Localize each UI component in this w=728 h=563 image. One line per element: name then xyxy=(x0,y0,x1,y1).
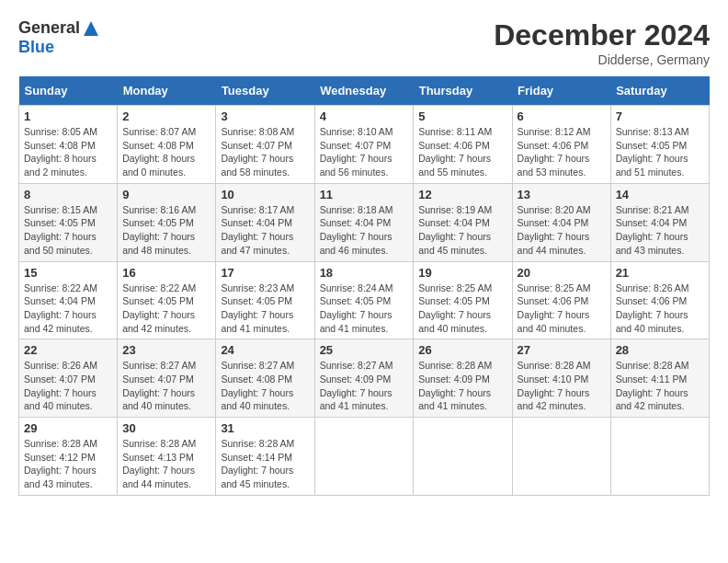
day-number: 18 xyxy=(320,266,409,280)
day-number: 8 xyxy=(24,188,112,201)
day-number: 24 xyxy=(221,343,309,357)
day-info: Sunrise: 8:20 AMSunset: 4:04 PMDaylight:… xyxy=(518,203,606,258)
day-number: 27 xyxy=(518,343,606,357)
calendar-cell: 21Sunrise: 8:26 AMSunset: 4:06 PMDayligh… xyxy=(610,261,709,339)
calendar-header-thursday: Thursday xyxy=(414,76,512,106)
day-info: Sunrise: 8:10 AMSunset: 4:07 PMDaylight:… xyxy=(320,125,409,179)
day-number: 13 xyxy=(518,188,606,201)
day-number: 9 xyxy=(122,188,210,201)
day-info: Sunrise: 8:27 AMSunset: 4:09 PMDaylight:… xyxy=(320,359,409,413)
day-number: 6 xyxy=(518,109,606,123)
day-number: 5 xyxy=(418,109,506,123)
calendar-cell: 8Sunrise: 8:15 AMSunset: 4:05 PMDaylight… xyxy=(19,183,118,261)
day-info: Sunrise: 8:28 AMSunset: 4:12 PMDaylight:… xyxy=(24,437,112,491)
calendar-cell: 6Sunrise: 8:12 AMSunset: 4:06 PMDaylight… xyxy=(512,106,610,184)
day-info: Sunrise: 8:17 AMSunset: 4:04 PMDaylight:… xyxy=(221,203,309,258)
day-number: 28 xyxy=(616,343,704,357)
day-number: 29 xyxy=(24,421,112,435)
day-number: 11 xyxy=(320,188,409,201)
day-info: Sunrise: 8:26 AMSunset: 4:06 PMDaylight:… xyxy=(616,282,704,336)
day-number: 7 xyxy=(616,109,704,123)
calendar-cell: 17Sunrise: 8:23 AMSunset: 4:05 PMDayligh… xyxy=(216,261,314,339)
day-number: 4 xyxy=(320,109,409,123)
day-number: 14 xyxy=(616,188,704,201)
day-info: Sunrise: 8:05 AMSunset: 4:08 PMDaylight:… xyxy=(24,125,112,179)
day-number: 16 xyxy=(122,266,210,280)
day-number: 21 xyxy=(616,266,704,280)
calendar-cell: 12Sunrise: 8:19 AMSunset: 4:04 PMDayligh… xyxy=(414,183,512,261)
logo-general: General xyxy=(18,18,80,38)
calendar-cell: 22Sunrise: 8:26 AMSunset: 4:07 PMDayligh… xyxy=(19,339,118,418)
day-info: Sunrise: 8:28 AMSunset: 4:09 PMDaylight:… xyxy=(418,359,506,413)
day-info: Sunrise: 8:24 AMSunset: 4:05 PMDaylight:… xyxy=(320,282,409,336)
day-info: Sunrise: 8:26 AMSunset: 4:07 PMDaylight:… xyxy=(24,359,112,413)
calendar-cell: 4Sunrise: 8:10 AMSunset: 4:07 PMDaylight… xyxy=(314,106,414,184)
calendar-cell: 7Sunrise: 8:13 AMSunset: 4:05 PMDaylight… xyxy=(610,106,709,184)
calendar-cell: 25Sunrise: 8:27 AMSunset: 4:09 PMDayligh… xyxy=(314,339,414,418)
calendar-cell: 13Sunrise: 8:20 AMSunset: 4:04 PMDayligh… xyxy=(512,183,610,261)
calendar-cell: 14Sunrise: 8:21 AMSunset: 4:04 PMDayligh… xyxy=(610,183,709,261)
day-info: Sunrise: 8:28 AMSunset: 4:10 PMDaylight:… xyxy=(518,359,606,413)
day-info: Sunrise: 8:12 AMSunset: 4:06 PMDaylight:… xyxy=(518,125,606,179)
day-number: 17 xyxy=(221,266,309,280)
calendar-cell: 2Sunrise: 8:07 AMSunset: 4:08 PMDaylight… xyxy=(118,106,216,184)
calendar-week-row: 15Sunrise: 8:22 AMSunset: 4:04 PMDayligh… xyxy=(19,261,710,339)
day-info: Sunrise: 8:27 AMSunset: 4:07 PMDaylight:… xyxy=(122,359,210,413)
calendar-header-friday: Friday xyxy=(512,76,610,106)
month-title: December 2024 xyxy=(494,18,710,52)
day-info: Sunrise: 8:28 AMSunset: 4:11 PMDaylight:… xyxy=(616,359,704,413)
logo-blue: Blue xyxy=(18,38,54,57)
calendar-header-row: SundayMondayTuesdayWednesdayThursdayFrid… xyxy=(19,76,710,106)
day-number: 23 xyxy=(122,343,210,357)
calendar-cell: 9Sunrise: 8:16 AMSunset: 4:05 PMDaylight… xyxy=(118,183,216,261)
svg-marker-0 xyxy=(84,21,98,36)
day-info: Sunrise: 8:27 AMSunset: 4:08 PMDaylight:… xyxy=(221,359,309,413)
logo-icon xyxy=(82,19,100,38)
day-number: 31 xyxy=(221,421,309,435)
calendar-header-wednesday: Wednesday xyxy=(314,76,414,106)
day-number: 10 xyxy=(221,188,309,201)
calendar-cell xyxy=(610,418,709,496)
day-number: 12 xyxy=(418,188,506,201)
day-number: 22 xyxy=(24,343,112,357)
calendar-cell: 11Sunrise: 8:18 AMSunset: 4:04 PMDayligh… xyxy=(314,183,414,261)
calendar-cell: 30Sunrise: 8:28 AMSunset: 4:13 PMDayligh… xyxy=(118,418,216,496)
calendar-cell: 16Sunrise: 8:22 AMSunset: 4:05 PMDayligh… xyxy=(118,261,216,339)
day-info: Sunrise: 8:23 AMSunset: 4:05 PMDaylight:… xyxy=(221,282,309,336)
day-number: 15 xyxy=(24,266,112,280)
day-number: 26 xyxy=(418,343,506,357)
calendar-cell xyxy=(512,418,610,496)
day-number: 20 xyxy=(518,266,606,280)
day-number: 19 xyxy=(418,266,506,280)
calendar-header-sunday: Sunday xyxy=(19,76,118,106)
day-info: Sunrise: 8:07 AMSunset: 4:08 PMDaylight:… xyxy=(122,125,210,179)
calendar-week-row: 29Sunrise: 8:28 AMSunset: 4:12 PMDayligh… xyxy=(19,418,710,496)
calendar-cell: 20Sunrise: 8:25 AMSunset: 4:06 PMDayligh… xyxy=(512,261,610,339)
page-header: General Blue December 2024 Didderse, Ger… xyxy=(18,18,710,67)
day-number: 2 xyxy=(122,109,210,123)
location: Didderse, Germany xyxy=(494,52,710,67)
day-number: 3 xyxy=(221,109,309,123)
day-number: 25 xyxy=(320,343,409,357)
calendar-table: SundayMondayTuesdayWednesdayThursdayFrid… xyxy=(18,76,710,496)
calendar-header-tuesday: Tuesday xyxy=(216,76,314,106)
day-info: Sunrise: 8:21 AMSunset: 4:04 PMDaylight:… xyxy=(616,203,704,258)
day-info: Sunrise: 8:28 AMSunset: 4:14 PMDaylight:… xyxy=(221,437,309,491)
calendar-week-row: 1Sunrise: 8:05 AMSunset: 4:08 PMDaylight… xyxy=(19,106,710,184)
calendar-cell xyxy=(314,418,414,496)
day-info: Sunrise: 8:16 AMSunset: 4:05 PMDaylight:… xyxy=(122,203,210,258)
calendar-week-row: 22Sunrise: 8:26 AMSunset: 4:07 PMDayligh… xyxy=(19,339,710,418)
logo: General Blue xyxy=(18,18,100,57)
calendar-cell: 31Sunrise: 8:28 AMSunset: 4:14 PMDayligh… xyxy=(216,418,314,496)
day-info: Sunrise: 8:08 AMSunset: 4:07 PMDaylight:… xyxy=(221,125,309,179)
calendar-cell: 29Sunrise: 8:28 AMSunset: 4:12 PMDayligh… xyxy=(19,418,118,496)
calendar-cell xyxy=(414,418,512,496)
calendar-cell: 18Sunrise: 8:24 AMSunset: 4:05 PMDayligh… xyxy=(314,261,414,339)
day-info: Sunrise: 8:25 AMSunset: 4:06 PMDaylight:… xyxy=(518,282,606,336)
day-info: Sunrise: 8:28 AMSunset: 4:13 PMDaylight:… xyxy=(122,437,210,491)
calendar-cell: 19Sunrise: 8:25 AMSunset: 4:05 PMDayligh… xyxy=(414,261,512,339)
day-info: Sunrise: 8:19 AMSunset: 4:04 PMDaylight:… xyxy=(418,203,506,258)
calendar-cell: 3Sunrise: 8:08 AMSunset: 4:07 PMDaylight… xyxy=(216,106,314,184)
day-number: 30 xyxy=(122,421,210,435)
calendar-cell: 5Sunrise: 8:11 AMSunset: 4:06 PMDaylight… xyxy=(414,106,512,184)
